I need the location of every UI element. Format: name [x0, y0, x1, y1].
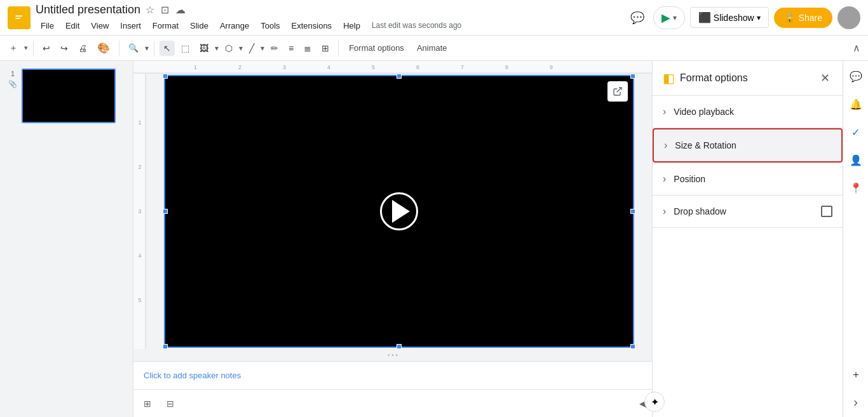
sidebar-notification-icon[interactable]: 🔔: [846, 94, 866, 114]
redo-button[interactable]: ↪: [57, 41, 72, 56]
format-options-button[interactable]: Format options: [344, 41, 409, 55]
handle-top-left[interactable]: [163, 74, 168, 79]
speaker-notes-text[interactable]: Click to add speaker notes: [144, 371, 241, 380]
format-panel-close-button[interactable]: ✕: [818, 69, 832, 88]
bullet-tool[interactable]: ≣: [300, 41, 315, 56]
size-rotation-chevron: ›: [664, 140, 667, 151]
filmstrip-button[interactable]: ⊟: [161, 395, 179, 413]
svg-text:9: 9: [550, 64, 553, 70]
handle-bottom-mid[interactable]: [397, 344, 402, 349]
size-rotation-row[interactable]: › Size & Rotation: [653, 128, 843, 162]
menu-edit[interactable]: Edit: [60, 18, 85, 33]
menu-insert[interactable]: Insert: [115, 18, 146, 33]
user-avatar[interactable]: [837, 6, 860, 29]
sidebar-maps-icon[interactable]: 📍: [846, 178, 866, 198]
drop-shadow-row[interactable]: › Drop shadow: [653, 195, 843, 227]
title-bar: Untitled presentation ☆ ⊡ ☁ File Edit Vi…: [0, 0, 868, 36]
svg-rect-2: [16, 18, 20, 19]
bottom-toolbar: ⊞ ⊟ ◀ ✦: [133, 389, 652, 417]
sidebar-chat-icon[interactable]: 💬: [846, 66, 866, 86]
grid-view-button[interactable]: ⊞: [139, 395, 156, 413]
slideshow-button[interactable]: ⬛ Slideshow ▾: [690, 7, 769, 28]
external-link-button[interactable]: [607, 81, 628, 102]
handle-left-mid[interactable]: [163, 209, 168, 214]
header-right: 💬 ▶ ▾ ⬛ Slideshow ▾ 🔒 Share: [627, 6, 860, 29]
play-triangle-icon: [392, 200, 410, 223]
comment-icon-btn[interactable]: 💬: [627, 7, 648, 29]
lock-icon: 🔒: [784, 13, 795, 23]
menu-help[interactable]: Help: [338, 18, 365, 33]
play-button-overlay[interactable]: [380, 192, 418, 230]
divider-2: [119, 41, 119, 56]
meet-button[interactable]: ▶ ▾: [653, 6, 685, 29]
menu-file[interactable]: File: [36, 18, 59, 33]
handle-bottom-right[interactable]: [630, 344, 635, 349]
canvas-wrapper: [146, 74, 652, 349]
doc-title: Untitled presentation ☆ ⊡ ☁: [36, 3, 621, 17]
svg-text:3: 3: [283, 64, 286, 70]
meet-icon: ▶: [661, 11, 670, 25]
svg-text:7: 7: [461, 64, 464, 70]
share-button[interactable]: 🔒 Share: [774, 8, 832, 28]
video-playback-chevron: ›: [663, 106, 666, 117]
pen-tool[interactable]: ✏: [267, 41, 282, 56]
format-options-panel: ◧ Format options ✕ › Video playback › Si…: [652, 61, 843, 417]
position-label: Position: [674, 174, 832, 184]
divider-1: [33, 41, 34, 56]
menu-view[interactable]: View: [86, 18, 114, 33]
undo-button[interactable]: ↩: [39, 41, 54, 56]
cloud-icon[interactable]: ☁: [174, 3, 187, 17]
handle-top-right[interactable]: [630, 74, 635, 79]
drop-shadow-chevron: ›: [663, 206, 666, 217]
add-button[interactable]: ＋: [5, 40, 22, 56]
position-row[interactable]: › Position: [653, 163, 843, 195]
speaker-notes-area[interactable]: Click to add speaker notes: [133, 361, 652, 389]
video-playback-row[interactable]: › Video playback: [653, 96, 843, 128]
menu-arrange[interactable]: Arrange: [215, 18, 254, 33]
handle-right-mid[interactable]: [630, 209, 635, 214]
handle-top-mid[interactable]: [397, 74, 402, 79]
format-panel-title: Format options: [680, 72, 818, 84]
folder-icon[interactable]: ⊡: [159, 3, 170, 17]
text-box-tool[interactable]: ⬚: [177, 41, 193, 56]
slide-canvas[interactable]: [164, 75, 634, 348]
format-section-position: › Position: [653, 163, 843, 195]
drop-shadow-checkbox[interactable]: [821, 206, 832, 217]
line-tool[interactable]: ╱: [245, 41, 258, 56]
format-section-drop-shadow: › Drop shadow: [653, 195, 843, 228]
editor-area: 1 2 3 4 5 6 7 8 9 1 2 3 4 5: [133, 61, 652, 417]
sidebar-check-icon[interactable]: ✓: [846, 122, 866, 142]
svg-text:5: 5: [372, 64, 375, 70]
slideshow-icon: ⬛: [698, 11, 711, 23]
main-content: 1 📎 1 2 3 4 5 6 7 8 9: [0, 61, 868, 417]
align-tool[interactable]: ≡: [285, 41, 297, 56]
animate-button[interactable]: Animate: [412, 41, 452, 55]
paintformat-button[interactable]: 🎨: [93, 39, 114, 56]
insert-tool[interactable]: ⊞: [318, 41, 333, 56]
slide-preview-canvas[interactable]: [22, 69, 116, 123]
sidebar-add-icon[interactable]: ＋: [846, 367, 866, 387]
svg-text:2: 2: [238, 64, 241, 70]
menu-extensions[interactable]: Extensions: [287, 18, 337, 33]
handle-bottom-left[interactable]: [163, 344, 168, 349]
select-tool[interactable]: ↖: [159, 41, 175, 56]
print-button[interactable]: 🖨: [74, 41, 91, 56]
menu-slide[interactable]: Slide: [185, 18, 214, 33]
slideshow-label: Slideshow: [714, 13, 754, 23]
doc-title-text[interactable]: Untitled presentation: [36, 3, 140, 17]
sidebar-person-icon[interactable]: 👤: [846, 150, 866, 170]
star-icon[interactable]: ☆: [144, 3, 156, 17]
toolbar-collapse-button[interactable]: ∧: [850, 39, 863, 56]
app-icon: [8, 6, 31, 29]
sidebar-expand-icon[interactable]: ›: [853, 395, 858, 409]
slide-number: 1: [8, 70, 18, 77]
shape-tool[interactable]: ⬡: [221, 41, 236, 56]
menu-tools[interactable]: Tools: [255, 18, 285, 33]
image-tool[interactable]: 🖼: [196, 41, 212, 56]
slide-thumbnail-1[interactable]: 1 📎: [5, 66, 128, 126]
menu-format[interactable]: Format: [147, 18, 184, 33]
svg-text:1: 1: [194, 64, 197, 70]
svg-text:3: 3: [138, 208, 141, 215]
zoom-button[interactable]: 🔍: [125, 41, 142, 55]
divider-3: [154, 41, 154, 56]
